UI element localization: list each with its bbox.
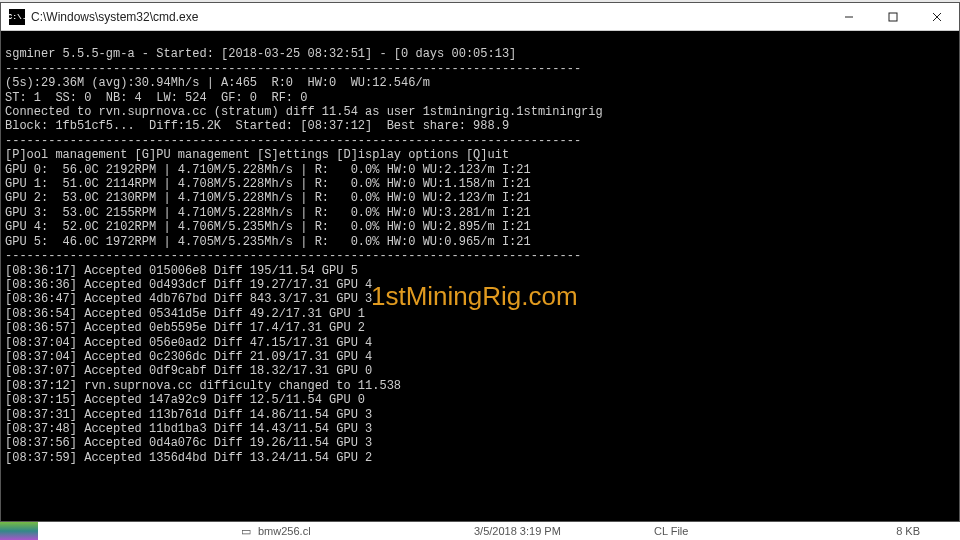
log-line: [08:37:31] Accepted 113b761d Diff 14.86/…	[5, 408, 372, 422]
log-line: [08:37:15] Accepted 147a92c9 Diff 12.5/1…	[5, 393, 365, 407]
log-line: [08:36:17] Accepted 015006e8 Diff 195/11…	[5, 264, 358, 278]
console-output[interactable]: sgminer 5.5.5-gm-a - Started: [2018-03-2…	[1, 31, 959, 521]
log-line: [08:37:59] Accepted 1356d4bd Diff 13.24/…	[5, 451, 372, 465]
stats-line: ST: 1 SS: 0 NB: 4 LW: 524 GF: 0 RF: 0	[5, 91, 307, 105]
log-line: [08:36:47] Accepted 4db767bd Diff 843.3/…	[5, 292, 372, 306]
log-line: [08:37:12] rvn.suprnova.cc difficulty ch…	[5, 379, 401, 393]
stats-line: (5s):29.36M (avg):30.94Mh/s | A:465 R:0 …	[5, 76, 430, 90]
stats-line: Connected to rvn.suprnova.cc (stratum) d…	[5, 105, 603, 119]
rar-icon	[0, 522, 38, 540]
log-line: [08:37:04] Accepted 0c2306dc Diff 21.09/…	[5, 350, 372, 364]
maximize-button[interactable]	[871, 3, 915, 31]
gpu-line: GPU 2: 53.0C 2130RPM | 4.710M/5.228Mh/s …	[5, 191, 531, 205]
gpu-line: GPU 1: 51.0C 2114RPM | 4.708M/5.228Mh/s …	[5, 177, 531, 191]
window-title: C:\Windows\system32\cmd.exe	[31, 10, 198, 24]
stats-line: Block: 1fb51cf5... Diff:15.2K Started: […	[5, 119, 509, 133]
explorer-row: ▭ bmw256.cl 3/5/2018 3:19 PM CL File 8 K…	[0, 522, 960, 540]
cmd-window: C:\. C:\Windows\system32\cmd.exe sgminer…	[0, 2, 960, 522]
hr: ----------------------------------------…	[5, 134, 581, 148]
gpu-line: GPU 4: 52.0C 2102RPM | 4.706M/5.235Mh/s …	[5, 220, 531, 234]
file-type: CL File	[654, 525, 794, 537]
close-button[interactable]	[915, 3, 959, 31]
menu-line: [P]ool management [G]PU management [S]et…	[5, 148, 509, 162]
watermark-text: 1stMiningRig.com	[371, 289, 578, 303]
svg-rect-1	[889, 13, 897, 21]
log-line: [08:37:04] Accepted 056e0ad2 Diff 47.15/…	[5, 336, 372, 350]
titlebar[interactable]: C:\. C:\Windows\system32\cmd.exe	[1, 3, 959, 31]
hr: ----------------------------------------…	[5, 62, 581, 76]
file-icon: ▭	[238, 525, 254, 538]
gpu-line: GPU 3: 53.0C 2155RPM | 4.710M/5.228Mh/s …	[5, 206, 531, 220]
minimize-button[interactable]	[827, 3, 871, 31]
log-line: [08:36:57] Accepted 0eb5595e Diff 17.4/1…	[5, 321, 365, 335]
hr: ----------------------------------------…	[5, 249, 581, 263]
close-icon	[932, 12, 942, 22]
minimize-icon	[844, 12, 854, 22]
log-line: [08:36:54] Accepted 05341d5e Diff 49.2/1…	[5, 307, 365, 321]
log-line: [08:36:36] Accepted 0d493dcf Diff 19.27/…	[5, 278, 372, 292]
file-name[interactable]: bmw256.cl	[254, 525, 474, 537]
header-line: sgminer 5.5.5-gm-a - Started: [2018-03-2…	[5, 47, 516, 61]
file-size: 8 KB	[794, 525, 960, 537]
gpu-line: GPU 5: 46.0C 1972RPM | 4.705M/5.235Mh/s …	[5, 235, 531, 249]
file-date: 3/5/2018 3:19 PM	[474, 525, 654, 537]
cmd-icon: C:\.	[9, 9, 25, 25]
log-line: [08:37:07] Accepted 0df9cabf Diff 18.32/…	[5, 364, 372, 378]
log-line: [08:37:48] Accepted 11bd1ba3 Diff 14.43/…	[5, 422, 372, 436]
maximize-icon	[888, 12, 898, 22]
log-line: [08:37:56] Accepted 0d4a076c Diff 19.26/…	[5, 436, 372, 450]
gpu-line: GPU 0: 56.0C 2192RPM | 4.710M/5.228Mh/s …	[5, 163, 531, 177]
